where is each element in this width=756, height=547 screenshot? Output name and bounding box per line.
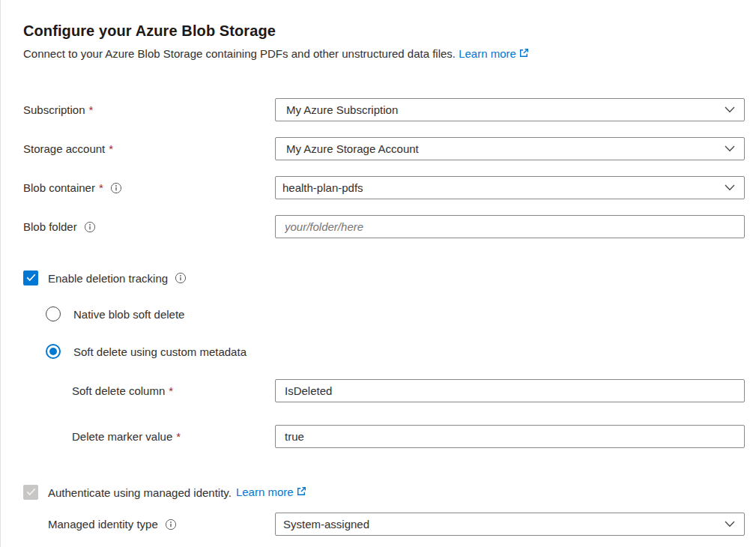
- radio-native-soft-delete[interactable]: [46, 306, 61, 321]
- auth-learn-more-link[interactable]: Learn more: [236, 486, 306, 499]
- managed-identity-auth-label: Authenticate using managed identity.: [48, 486, 232, 499]
- page-title: Configure your Azure Blob Storage: [23, 22, 745, 40]
- storage-account-label: Storage account *: [23, 142, 275, 155]
- delete-marker-value-label: Delete marker value *: [72, 430, 275, 443]
- managed-identity-type-label: Managed identity type: [48, 518, 275, 531]
- soft-delete-column-input[interactable]: [275, 379, 745, 402]
- required-asterisk: *: [169, 384, 173, 397]
- storage-account-value: My Azure Storage Account: [286, 142, 419, 155]
- info-icon[interactable]: [110, 182, 122, 194]
- blob-container-label: Blob container *: [23, 181, 275, 194]
- configure-blob-storage-panel: Configure your Azure Blob Storage Connec…: [1, 0, 756, 536]
- chevron-down-icon: [725, 145, 735, 152]
- check-icon: [26, 486, 36, 499]
- info-icon[interactable]: [84, 221, 96, 233]
- check-icon: [26, 271, 36, 285]
- managed-identity-type-row: Managed identity type System-assigned: [23, 513, 745, 536]
- info-icon[interactable]: [165, 519, 177, 531]
- managed-identity-checkbox: [23, 485, 38, 500]
- required-asterisk: *: [99, 181, 103, 194]
- header-learn-more-link[interactable]: Learn more: [459, 47, 529, 60]
- managed-identity-type-dropdown[interactable]: System-assigned: [275, 513, 745, 536]
- required-asterisk: *: [109, 142, 113, 155]
- storage-account-dropdown[interactable]: My Azure Storage Account: [275, 137, 745, 160]
- soft-delete-column-label: Soft delete column *: [72, 384, 275, 397]
- subscription-label: Subscription *: [23, 103, 275, 116]
- chevron-down-icon: [725, 106, 735, 113]
- native-soft-delete-label: Native blob soft delete: [73, 308, 184, 321]
- page-subtitle: Connect to your Azure Blob Storage conta…: [23, 46, 745, 62]
- radio-custom-metadata[interactable]: [46, 344, 61, 359]
- subscription-row: Subscription * My Azure Subscription: [23, 98, 745, 121]
- enable-deletion-tracking-row: Enable deletion tracking: [23, 271, 745, 285]
- custom-metadata-label: Soft delete using custom metadata: [73, 345, 247, 358]
- managed-identity-type-value: System-assigned: [283, 518, 369, 531]
- native-soft-delete-option: Native blob soft delete: [46, 306, 745, 321]
- blob-container-dropdown[interactable]: health-plan-pdfs: [275, 176, 745, 199]
- enable-deletion-tracking-checkbox[interactable]: [23, 271, 38, 285]
- delete-marker-value-input[interactable]: [275, 425, 745, 448]
- blob-folder-input[interactable]: [275, 215, 745, 238]
- soft-delete-column-row: Soft delete column *: [23, 379, 745, 402]
- enable-deletion-tracking-label: Enable deletion tracking: [48, 272, 168, 285]
- info-icon[interactable]: [175, 272, 187, 284]
- blob-folder-row: Blob folder: [23, 215, 745, 238]
- required-asterisk: *: [176, 430, 181, 443]
- chevron-down-icon: [725, 184, 735, 191]
- delete-marker-value-row: Delete marker value *: [23, 425, 745, 448]
- chevron-down-icon: [725, 521, 735, 528]
- subscription-value: My Azure Subscription: [286, 103, 398, 116]
- custom-metadata-option: Soft delete using custom metadata: [46, 344, 745, 359]
- required-asterisk: *: [89, 103, 94, 116]
- blob-container-value: health-plan-pdfs: [282, 181, 363, 194]
- storage-account-row: Storage account * My Azure Storage Accou…: [23, 137, 745, 160]
- subtitle-text: Connect to your Azure Blob Storage conta…: [23, 47, 456, 60]
- blob-container-row: Blob container * health-plan-pdfs: [23, 176, 745, 199]
- external-link-icon: [518, 47, 529, 62]
- external-link-icon: [296, 486, 306, 499]
- managed-identity-auth-row: Authenticate using managed identity. Lea…: [23, 485, 745, 500]
- subscription-dropdown[interactable]: My Azure Subscription: [275, 98, 745, 121]
- blob-folder-label: Blob folder: [23, 220, 275, 233]
